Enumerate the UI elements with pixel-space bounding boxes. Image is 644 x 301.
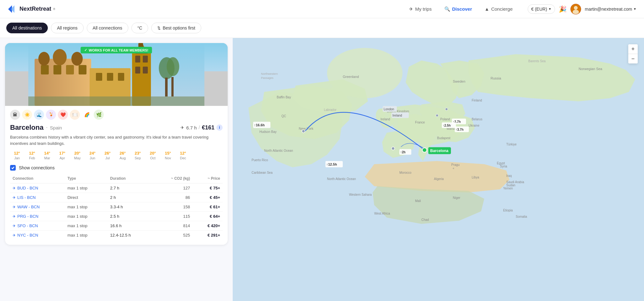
svg-rect-12	[53, 65, 61, 74]
navbar: NextRetreat ® ✈ My trips 🔍 Discover ▲ Co…	[0, 0, 644, 18]
city-name: Barcelona	[10, 123, 43, 132]
main-layout: ✓ WORKS FOR ALL TEAM MEMBERS! 🏛 ☀️ 🌊 🍹 ❤…	[0, 38, 644, 301]
flight-icon: ✈	[13, 205, 16, 209]
filter-sort[interactable]: ⇅ Best options first	[151, 23, 201, 33]
connection-link[interactable]: ✈SFO - BCN	[13, 223, 62, 228]
svg-rect-28	[118, 73, 124, 81]
currency-selector[interactable]: € (EUR) ▼	[528, 4, 555, 14]
price: €161	[202, 124, 214, 131]
zoom-out-button[interactable]: −	[628, 54, 638, 63]
connection-co2: 525	[152, 231, 192, 240]
connection-duration: 2.7 h	[108, 183, 152, 193]
category-icon-love[interactable]: ❤️	[58, 110, 68, 120]
svg-point-82	[422, 148, 427, 152]
svg-text:Etiopia: Etiopia	[503, 209, 513, 212]
category-icon-nature[interactable]: 🌿	[94, 110, 104, 120]
weather-month: 26°Jul	[101, 151, 114, 160]
svg-text:Caribbean Sea: Caribbean Sea	[252, 171, 273, 174]
filter-celsius[interactable]: °C	[131, 23, 148, 33]
svg-point-81	[302, 130, 305, 133]
table-header-row: Connection Type Duration ~ CO2 (kg) ~ Pr…	[10, 175, 223, 183]
table-row: ✈LIS - BCN Direct 2 h 86 € 45+	[10, 193, 223, 202]
flight-time: 6.7 h	[186, 125, 197, 130]
weather-month: 12°Feb	[25, 151, 39, 160]
col-duration: Duration	[108, 175, 152, 183]
nav-concierge[interactable]: ▲ Concierge	[480, 4, 518, 14]
user-email[interactable]: martin@nextretreat.com ▼	[585, 7, 636, 12]
connection-link[interactable]: ✈WAW - BCN	[13, 205, 62, 209]
nav-my-trips[interactable]: ✈ My trips	[404, 4, 437, 14]
svg-rect-29	[28, 96, 204, 106]
svg-rect-9	[171, 77, 174, 96]
nav-discover[interactable]: 🔍 Discover	[439, 4, 477, 14]
logo[interactable]: NextRetreat ®	[8, 4, 55, 14]
weather-month: 12°Jan	[10, 151, 24, 160]
connection-co2: 86	[152, 193, 192, 202]
connection-link[interactable]: ✈PRG - BCN	[13, 214, 62, 219]
connection-link[interactable]: ✈NYC - BCN	[13, 233, 62, 238]
destination-card: ✓ WORKS FOR ALL TEAM MEMBERS! 🏛 ☀️ 🌊 🍹 ❤…	[5, 43, 228, 245]
chevron-down-icon: ▼	[548, 7, 552, 11]
show-connections-row: Show connections	[10, 165, 223, 171]
world-map-svg: Greenland Norwegian Sea Sweden Finland R…	[233, 38, 644, 301]
svg-point-4	[573, 10, 579, 14]
svg-text:Hudson Bay: Hudson Bay	[259, 130, 276, 134]
flight-icon: ✈	[13, 233, 16, 238]
connection-duration: 3.3-4 h	[108, 202, 152, 212]
svg-text:Libya: Libya	[472, 176, 479, 179]
works-badge: ✓ WORKS FOR ALL TEAM MEMBERS!	[80, 47, 152, 53]
svg-text:Barents Sea: Barents Sea	[528, 59, 546, 63]
table-row: ✈BUD - BCN max 1 stop 2.7 h 127 € 75+	[10, 183, 223, 193]
separator: ·	[46, 125, 47, 130]
weather-month: 23°Sep	[131, 151, 145, 160]
svg-rect-27	[107, 73, 113, 81]
category-icon-history[interactable]: 🏛	[10, 110, 20, 120]
svg-text:Niger: Niger	[453, 196, 461, 200]
category-icon-sea[interactable]: 🌊	[34, 110, 44, 120]
connection-type: max 1 stop	[65, 212, 108, 221]
flight-icon: ✈	[13, 214, 16, 219]
map-background: Greenland Norwegian Sea Sweden Finland R…	[233, 38, 644, 301]
show-connections-label: Show connections	[19, 165, 55, 170]
weather-row: 12°Jan12°Feb14°Mar17°Apr20°May24°Jun26°J…	[10, 151, 223, 160]
map-panel: Greenland Norwegian Sea Sweden Finland R…	[233, 38, 644, 301]
svg-point-80	[391, 147, 395, 150]
category-icon-drinks[interactable]: 🍹	[46, 110, 56, 120]
filter-regions[interactable]: All regions	[51, 23, 83, 33]
country-name: Spain	[50, 125, 62, 130]
svg-text:Baffin Bay: Baffin Bay	[277, 96, 291, 99]
show-connections-checkbox[interactable]	[10, 165, 16, 171]
svg-point-16	[53, 49, 67, 65]
svg-text:Morocco: Morocco	[399, 171, 412, 174]
connection-link[interactable]: ✈LIS - BCN	[13, 195, 62, 200]
weather-month: 14°Mar	[40, 151, 54, 160]
svg-text:Finland: Finland	[472, 99, 482, 102]
svg-text:Saudi Arabia: Saudi Arabia	[506, 180, 524, 184]
svg-point-85	[436, 114, 438, 117]
svg-text:Algeria: Algeria	[434, 177, 444, 181]
filter-connections[interactable]: All connections	[87, 23, 128, 33]
connection-link[interactable]: ✈BUD - BCN	[13, 186, 62, 190]
svg-text:Ukraine: Ukraine	[469, 124, 480, 127]
svg-text:Mali: Mali	[415, 199, 421, 203]
svg-text:Western Sahara: Western Sahara	[349, 193, 372, 196]
svg-text:Yemen: Yemen	[503, 187, 513, 190]
connection-type: Direct	[65, 193, 108, 202]
weather-month: 26°Aug	[116, 151, 130, 160]
connection-duration: 2.5 h	[108, 212, 152, 221]
category-icon-sun[interactable]: ☀️	[22, 110, 32, 120]
col-price: ~ Price	[192, 175, 223, 183]
svg-text:Poland: Poland	[440, 118, 450, 121]
col-connection: Connection	[10, 175, 65, 183]
filter-destinations[interactable]: All destinations	[6, 23, 48, 33]
chevron-down-icon-user: ▼	[633, 7, 636, 11]
category-icon-food[interactable]: 🍽️	[70, 110, 80, 120]
connection-price: € 420+	[192, 221, 223, 231]
info-button[interactable]: i	[216, 124, 223, 131]
card-title: Barcelona · Spain	[10, 123, 62, 132]
svg-text:↑16.6h: ↑16.6h	[254, 123, 265, 127]
category-icon-pride[interactable]: 🌈	[82, 110, 92, 120]
zoom-in-button[interactable]: +	[628, 44, 638, 54]
svg-rect-22	[143, 56, 148, 63]
connection-price: € 61+	[192, 202, 223, 212]
